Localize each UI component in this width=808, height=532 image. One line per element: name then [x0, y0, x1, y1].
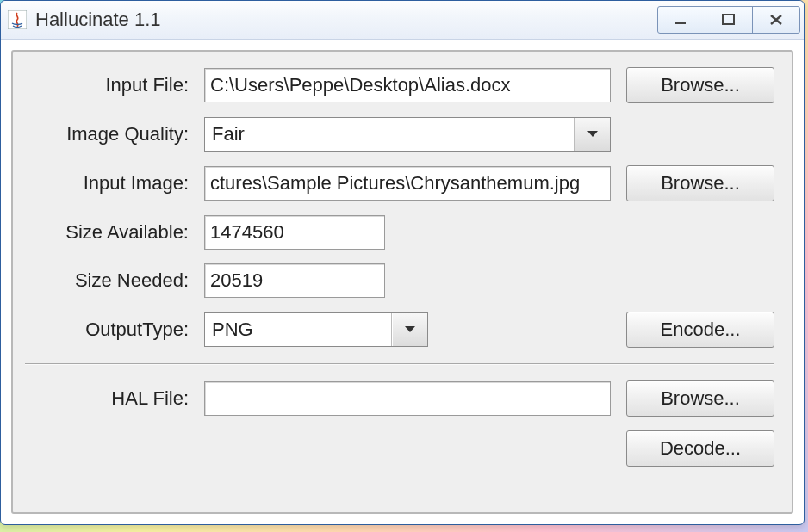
window-title: Hallucinate 1.1 [35, 9, 658, 31]
size-available-field [204, 215, 385, 250]
minimize-button[interactable] [657, 6, 705, 34]
size-needed-field [204, 263, 385, 298]
divider [25, 363, 774, 365]
image-quality-combo[interactable]: Fair [204, 117, 611, 152]
svg-rect-1 [675, 22, 686, 24]
browse-input-file-button[interactable]: Browse... [626, 67, 774, 103]
chevron-down-icon[interactable] [392, 313, 427, 346]
hal-file-field[interactable] [204, 381, 611, 416]
browse-input-image-button[interactable]: Browse... [626, 165, 774, 201]
application-window: Hallucinate 1.1 Input File: Browse... Im… [0, 0, 805, 525]
client-area: Input File: Browse... Image Quality: Fai… [1, 40, 804, 524]
window-controls [658, 6, 800, 34]
size-needed-label: Size Needed: [25, 269, 189, 292]
size-available-label: Size Available: [25, 221, 189, 244]
output-type-combo[interactable]: PNG [204, 312, 428, 347]
titlebar[interactable]: Hallucinate 1.1 [1, 1, 804, 40]
java-app-icon [8, 10, 27, 29]
chevron-down-icon[interactable] [575, 118, 610, 151]
output-type-label: OutputType: [25, 319, 189, 341]
input-file-field[interactable] [204, 68, 611, 102]
main-panel: Input File: Browse... Image Quality: Fai… [11, 50, 793, 514]
svg-rect-2 [723, 15, 734, 24]
browse-hal-file-button[interactable]: Browse... [626, 380, 774, 417]
input-file-label: Input File: [25, 74, 189, 96]
image-quality-label: Image Quality: [25, 123, 189, 145]
input-image-field[interactable] [204, 166, 611, 201]
hal-file-label: HAL File: [25, 387, 189, 410]
decode-button[interactable]: Decode... [626, 430, 774, 467]
maximize-button[interactable] [705, 6, 753, 34]
input-image-label: Input Image: [25, 172, 189, 195]
encode-button[interactable]: Encode... [626, 312, 774, 348]
output-type-value: PNG [205, 313, 392, 346]
image-quality-value: Fair [205, 118, 575, 151]
close-button[interactable] [752, 6, 800, 34]
